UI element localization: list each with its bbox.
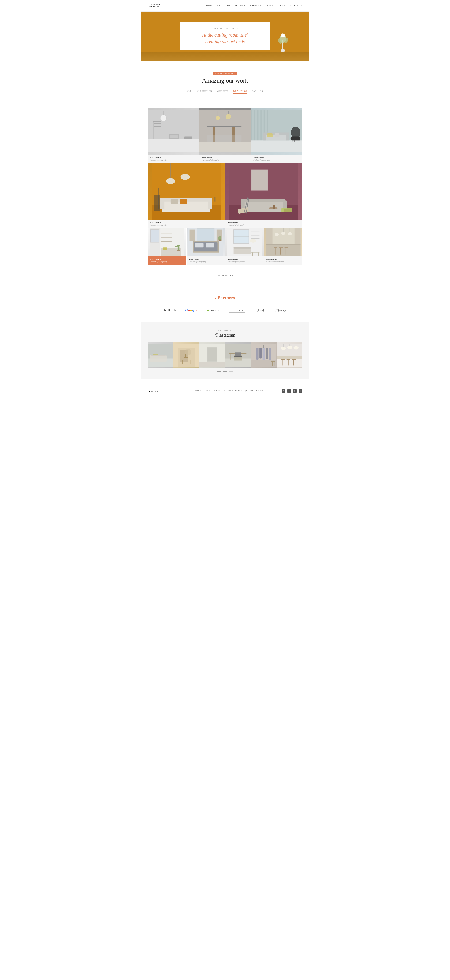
svg-point-186 xyxy=(293,346,299,350)
svg-rect-62 xyxy=(158,188,159,209)
svg-rect-21 xyxy=(207,126,241,127)
portfolio-item-4[interactable]: Nose Brand Fashion / photography xyxy=(147,163,225,228)
svg-rect-78 xyxy=(274,205,276,209)
logo-line2: DESIGN xyxy=(147,6,161,8)
svg-rect-130 xyxy=(266,244,301,245)
svg-rect-175 xyxy=(269,348,271,360)
svg-rect-166 xyxy=(234,356,242,357)
portfolio-image-3 xyxy=(251,108,303,155)
svg-rect-162 xyxy=(231,354,231,360)
svg-rect-152 xyxy=(185,354,186,357)
svg-rect-88 xyxy=(162,241,172,242)
dot-2[interactable] xyxy=(223,371,227,372)
footer-privacy[interactable]: PRIVACY POLICY xyxy=(223,390,242,392)
social-facebook[interactable]: f xyxy=(282,389,285,393)
footer-terms[interactable]: TEAMS OF USE xyxy=(204,390,220,392)
svg-point-54 xyxy=(181,174,190,180)
portfolio-item-5[interactable]: Nose Brand Fashion / photography xyxy=(225,163,303,228)
svg-rect-34 xyxy=(261,110,261,142)
instagram-image-3[interactable] xyxy=(200,342,225,368)
navigation: INTERIOR DESIGN HOME ABOUT US SERVICE PR… xyxy=(141,0,309,12)
load-more-button[interactable]: LOAD MORE xyxy=(211,272,239,279)
filter-tabs: ALL ART DESIGN WEBSITE BRANDING FASHION xyxy=(147,89,303,94)
logo-line1: INTERIOR xyxy=(147,3,161,6)
brand-name-6: Nose Brand xyxy=(150,258,184,261)
svg-rect-75 xyxy=(282,208,292,212)
footer-copyright: @THME AND 2017 xyxy=(246,390,265,392)
svg-rect-190 xyxy=(287,359,290,360)
footer-home[interactable]: HOME xyxy=(195,390,201,392)
dot-3[interactable] xyxy=(228,371,233,372)
hero-title: At the cutting room tale2 creating our a… xyxy=(187,32,263,45)
portfolio-caption-3: Nose Brand Fashion / photography xyxy=(251,155,303,163)
partners-prefix: / xyxy=(215,295,217,301)
portfolio-item-6[interactable]: Nose Brand Fashion / photography xyxy=(147,228,186,265)
nav-blog[interactable]: BLOG xyxy=(267,5,274,7)
filter-all[interactable]: ALL xyxy=(187,89,192,94)
portfolio-item-8[interactable]: Nose Brand Fashion / photography xyxy=(225,228,264,265)
portfolio-item-1[interactable]: Nose Brand Fashion / photography xyxy=(147,108,199,163)
brand-name-3: Nose Brand xyxy=(254,156,300,159)
svg-rect-9 xyxy=(147,139,199,152)
nav-contact[interactable]: CONTACT xyxy=(290,5,303,7)
partner-google: Google xyxy=(185,308,198,312)
partner-github: GitHub xyxy=(163,309,176,312)
portfolio-item-9[interactable]: Nose Brand Fashion / photography xyxy=(264,228,303,265)
svg-rect-58 xyxy=(208,200,212,209)
svg-rect-129 xyxy=(266,245,301,256)
svg-rect-72 xyxy=(241,200,245,209)
svg-point-6 xyxy=(281,34,283,37)
svg-point-124 xyxy=(274,233,279,236)
load-more-section: LOAD MORE xyxy=(141,265,309,286)
instagram-image-5[interactable] xyxy=(251,342,276,368)
partners-logos: GitHub Google ◆envato CODEKIT {less} jQu… xyxy=(147,308,303,313)
svg-rect-42 xyxy=(268,133,273,137)
nav-home[interactable]: HOME xyxy=(205,5,213,7)
svg-rect-31 xyxy=(251,110,252,142)
portfolio-image-1 xyxy=(147,108,199,155)
brand-name-4: Nose Brand xyxy=(150,221,222,224)
brand-sub-4: Fashion / photography xyxy=(150,224,222,226)
instagram-image-6[interactable] xyxy=(277,342,303,368)
social-instagram[interactable]: i xyxy=(287,389,291,393)
brand-sub-3: Fashion / photography xyxy=(254,159,300,161)
social-pinterest[interactable]: p xyxy=(293,389,297,393)
portfolio-item-3[interactable]: Nose Brand Fashion / photography xyxy=(251,108,303,163)
instagram-section: STAY SOCIAL @instagram xyxy=(141,323,309,379)
svg-rect-171 xyxy=(257,348,258,360)
dot-1[interactable] xyxy=(217,371,222,372)
portfolio-caption-6: Nose Brand Fashion / photography xyxy=(147,256,186,265)
instagram-image-1[interactable] xyxy=(147,342,173,368)
portfolio-item-2[interactable]: Nose Brand Fashion / photography xyxy=(200,108,251,163)
portfolio-caption-8: Nose Brand Fashion / photography xyxy=(225,256,264,265)
svg-rect-112 xyxy=(251,232,260,232)
nav-team[interactable]: TEAM xyxy=(279,5,286,7)
social-youtube[interactable]: y xyxy=(299,389,303,393)
brand-sub-6: Fashion / photography xyxy=(150,261,184,263)
portfolio-item-7[interactable]: Nose Brand Fashion / photography xyxy=(187,228,225,265)
instagram-image-4[interactable] xyxy=(225,342,250,368)
svg-point-7 xyxy=(283,34,285,37)
instagram-grid xyxy=(147,342,303,368)
svg-rect-116 xyxy=(234,247,251,248)
nav-about[interactable]: ABOUT US xyxy=(217,5,231,7)
partners-section: / Partners GitHub Google ◆envato CODEKIT… xyxy=(141,286,309,323)
svg-point-182 xyxy=(281,347,286,350)
instagram-handle: @instagram xyxy=(147,333,303,338)
svg-rect-17 xyxy=(170,135,178,138)
instagram-image-2[interactable] xyxy=(173,342,199,368)
portfolio-section: CREAT PROJECTS Amazing our work ALL ART … xyxy=(141,61,309,108)
filter-website[interactable]: WEBSITE xyxy=(217,89,229,94)
filter-artdesign[interactable]: ART DESIGN xyxy=(196,89,212,94)
svg-rect-151 xyxy=(184,357,188,358)
portfolio-row-2: Nose Brand Fashion / photography xyxy=(147,163,303,228)
svg-rect-93 xyxy=(177,250,180,251)
nav-projects[interactable]: PROJECTS xyxy=(250,5,263,7)
svg-rect-119 xyxy=(251,251,260,252)
svg-rect-188 xyxy=(281,359,285,360)
filter-fashion[interactable]: FASHION xyxy=(252,89,263,94)
filter-branding[interactable]: BRANDING xyxy=(233,89,247,94)
svg-rect-77 xyxy=(273,205,274,209)
svg-rect-131 xyxy=(266,228,273,244)
nav-service[interactable]: SERVICE xyxy=(235,5,246,7)
